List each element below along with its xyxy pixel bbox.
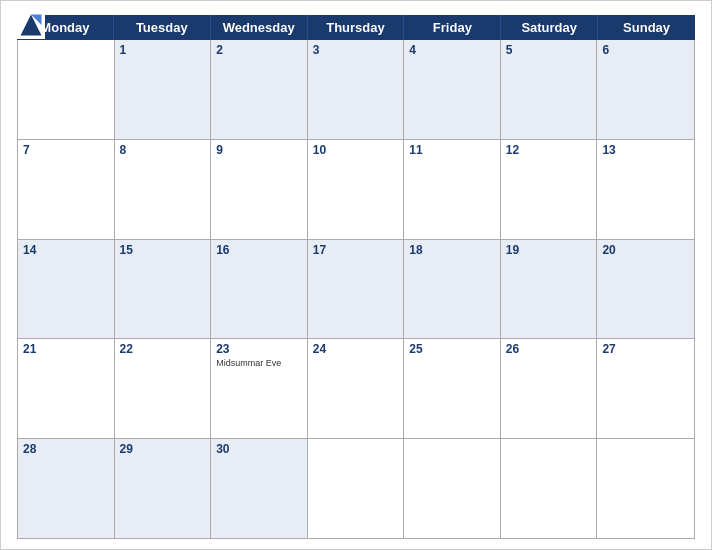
logo-area [17, 11, 47, 39]
day-cell-9: 9 [211, 140, 308, 239]
day-cell-15: 15 [115, 240, 212, 339]
day-cell-11: 11 [404, 140, 501, 239]
day-number: 7 [23, 143, 109, 157]
day-cell-28: 28 [18, 439, 115, 538]
day-cell-12: 12 [501, 140, 598, 239]
day-number: 9 [216, 143, 302, 157]
day-header-sunday: Sunday [598, 15, 695, 40]
calendar-grid: MondayTuesdayWednesdayThursdayFridaySatu… [17, 15, 695, 539]
day-cell-22: 22 [115, 339, 212, 438]
day-number: 21 [23, 342, 109, 356]
day-number: 8 [120, 143, 206, 157]
day-number: 10 [313, 143, 399, 157]
day-number: 5 [506, 43, 592, 57]
day-cell-16: 16 [211, 240, 308, 339]
week-row-5: 282930 [18, 439, 694, 538]
day-number: 20 [602, 243, 689, 257]
day-cell-29: 29 [115, 439, 212, 538]
day-number: 19 [506, 243, 592, 257]
day-header-thursday: Thursday [308, 15, 405, 40]
day-cell-23: 23Midsummar Eve [211, 339, 308, 438]
week-row-3: 14151617181920 [18, 240, 694, 340]
day-number: 1 [120, 43, 206, 57]
event-label: Midsummar Eve [216, 358, 302, 368]
day-number: 13 [602, 143, 689, 157]
weeks-container: 1234567891011121314151617181920212223Mid… [17, 40, 695, 539]
day-cell-empty-5 [501, 439, 598, 538]
day-header-saturday: Saturday [501, 15, 598, 40]
day-header-friday: Friday [404, 15, 501, 40]
day-number: 27 [602, 342, 689, 356]
day-number: 23 [216, 342, 302, 356]
day-cell-empty-3 [308, 439, 405, 538]
week-row-1: 123456 [18, 40, 694, 140]
day-number: 22 [120, 342, 206, 356]
day-number: 24 [313, 342, 399, 356]
generalblue-logo-icon [17, 11, 45, 39]
day-number: 16 [216, 243, 302, 257]
week-row-2: 78910111213 [18, 140, 694, 240]
day-number: 12 [506, 143, 592, 157]
day-cell-7: 7 [18, 140, 115, 239]
day-cell-14: 14 [18, 240, 115, 339]
day-cell-17: 17 [308, 240, 405, 339]
day-number: 15 [120, 243, 206, 257]
day-number: 11 [409, 143, 495, 157]
day-number: 25 [409, 342, 495, 356]
day-headers: MondayTuesdayWednesdayThursdayFridaySatu… [17, 15, 695, 40]
day-number: 2 [216, 43, 302, 57]
day-cell-24: 24 [308, 339, 405, 438]
day-cell-18: 18 [404, 240, 501, 339]
day-header-wednesday: Wednesday [211, 15, 308, 40]
day-cell-19: 19 [501, 240, 598, 339]
week-row-4: 212223Midsummar Eve24252627 [18, 339, 694, 439]
day-number: 29 [120, 442, 206, 456]
day-cell-26: 26 [501, 339, 598, 438]
day-cell-6: 6 [597, 40, 694, 139]
day-cell-4: 4 [404, 40, 501, 139]
day-cell-27: 27 [597, 339, 694, 438]
day-cell-30: 30 [211, 439, 308, 538]
day-number: 18 [409, 243, 495, 257]
day-cell-empty-4 [404, 439, 501, 538]
day-number: 26 [506, 342, 592, 356]
day-cell-1: 1 [115, 40, 212, 139]
day-number: 30 [216, 442, 302, 456]
day-cell-20: 20 [597, 240, 694, 339]
day-number: 17 [313, 243, 399, 257]
day-number: 4 [409, 43, 495, 57]
day-number: 3 [313, 43, 399, 57]
calendar-container: MondayTuesdayWednesdayThursdayFridaySatu… [0, 0, 712, 550]
day-number: 6 [602, 43, 689, 57]
day-header-tuesday: Tuesday [114, 15, 211, 40]
day-cell-21: 21 [18, 339, 115, 438]
day-cell-empty-6 [597, 439, 694, 538]
day-cell-25: 25 [404, 339, 501, 438]
day-cell-3: 3 [308, 40, 405, 139]
day-number: 14 [23, 243, 109, 257]
day-cell-8: 8 [115, 140, 212, 239]
day-cell-10: 10 [308, 140, 405, 239]
day-cell-empty-0 [18, 40, 115, 139]
day-cell-2: 2 [211, 40, 308, 139]
day-cell-13: 13 [597, 140, 694, 239]
day-number: 28 [23, 442, 109, 456]
day-cell-5: 5 [501, 40, 598, 139]
